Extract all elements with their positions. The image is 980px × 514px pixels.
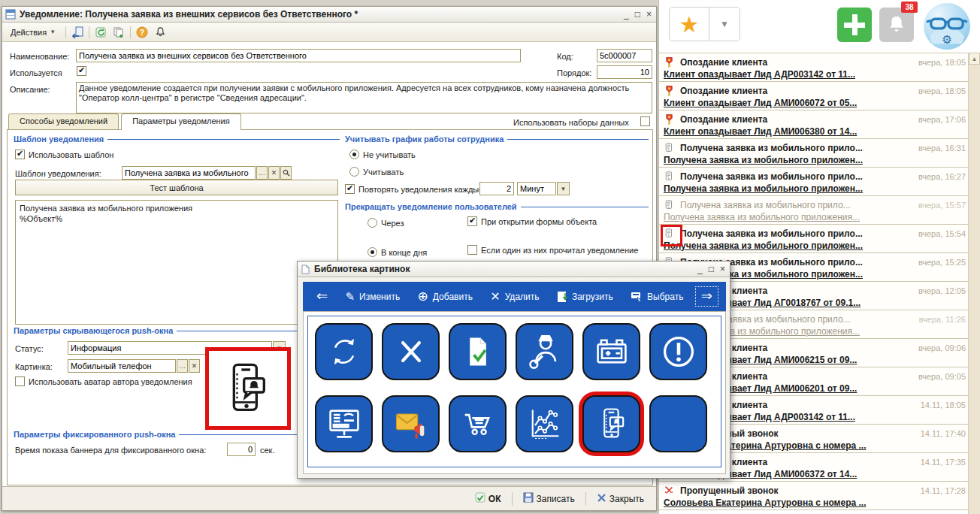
chevron-down-icon[interactable]: ▼	[709, 8, 740, 41]
repeat-unit-combo[interactable]	[517, 182, 556, 195]
image-tile-monitor-diagnostics[interactable]	[315, 395, 373, 452]
add-button[interactable]: ⊕Добавить	[413, 288, 477, 305]
test-template-button[interactable]: Тест шаблона	[15, 180, 338, 195]
radio-consider[interactable]	[349, 167, 359, 177]
image-tile-cross[interactable]	[382, 323, 440, 380]
notification-item[interactable]: Получена заявка из мобильного прило...вч…	[659, 168, 969, 196]
template-text-area[interactable]: Получена заявка из мобильного приложения…	[15, 200, 338, 325]
used-checkbox[interactable]	[77, 66, 86, 76]
panel-controls: ★ ▼ 38 ⚙	[659, 0, 980, 53]
notification-item[interactable]: Получена заявка из мобильного прило...вч…	[659, 196, 969, 225]
maximize-icon[interactable]: □	[709, 264, 714, 274]
dialog-titlebar[interactable]: Библиотека картинок _ □ ×	[298, 262, 730, 277]
favorites-split-button[interactable]: ★ ▼	[669, 7, 740, 41]
template-select-icon[interactable]: …	[256, 166, 268, 180]
notification-item[interactable]: Получена заявка из мобильного прило...вч…	[659, 139, 969, 168]
stop-checkbox-open-form[interactable]	[467, 216, 477, 226]
mechanic-icon	[525, 332, 564, 371]
user-avatar[interactable]: ⚙	[924, 3, 970, 50]
notification-item[interactable]: Пропущенный звонок14.11, 17:28Соловьева …	[659, 482, 969, 510]
flag-icon	[664, 56, 676, 68]
notification-item[interactable]: Получена заявка из мобильного прило...вч…	[659, 225, 969, 253]
notification-item[interactable]: Опоздание клиентавчера, 18:05Клиент опаз…	[659, 82, 969, 110]
stop-checkbox-one-read[interactable]	[467, 245, 477, 255]
notification-link[interactable]: Клиент опаздывает Лид АМИ006380 от 14...	[664, 126, 966, 137]
description-input[interactable]: Данное уведомление создается при получен…	[76, 82, 652, 113]
code-input[interactable]	[597, 49, 652, 62]
load-button[interactable]: Загрузить	[552, 288, 618, 306]
notification-title: Опоздание клиента	[680, 57, 914, 68]
back-button[interactable]: ⇐	[312, 288, 332, 305]
radio-not-consider[interactable]	[349, 150, 359, 159]
name-input[interactable]	[76, 49, 521, 62]
close-icon[interactable]: ×	[646, 9, 652, 20]
edit-button[interactable]: ✎Изменить	[340, 288, 404, 305]
order-input[interactable]	[597, 65, 652, 79]
save-close-icon[interactable]	[71, 26, 84, 39]
use-template-checkbox[interactable]	[15, 150, 25, 159]
bell-icon[interactable]	[153, 26, 167, 39]
choose-button[interactable]: Выбрать	[626, 288, 688, 305]
close-icon[interactable]: ×	[720, 264, 725, 274]
minimize-icon[interactable]: _	[624, 9, 629, 20]
image-tile-shopping-cart[interactable]	[449, 395, 507, 452]
repeat-checkbox[interactable]	[345, 184, 355, 194]
image-tile-sync-arrows[interactable]	[315, 323, 373, 380]
maximize-icon[interactable]: □	[635, 9, 640, 20]
repeat-unit-dropdown-icon[interactable]: ▼	[557, 182, 570, 195]
image-tile-mechanic[interactable]	[516, 323, 573, 380]
save-button[interactable]: Записать	[517, 490, 581, 507]
radio-end-of-day[interactable]	[368, 247, 377, 257]
star-icon[interactable]: ★	[670, 8, 709, 41]
add-button[interactable]	[837, 8, 872, 42]
close-button[interactable]: Закрыть	[591, 491, 650, 507]
use-datasets-checkbox[interactable]	[640, 116, 650, 126]
image-combo[interactable]	[68, 359, 176, 373]
notification-title: Получена заявка из мобильного прило...	[680, 171, 914, 182]
template-open-icon[interactable]	[280, 166, 292, 180]
banner-time-input[interactable]	[227, 443, 256, 456]
use-author-avatar-checkbox[interactable]	[15, 376, 25, 386]
copy-add-icon[interactable]	[112, 26, 126, 39]
notification-link[interactable]: Получена заявка из мобильного приложения…	[664, 212, 966, 222]
image-tile-blank[interactable]	[649, 395, 707, 452]
scroll-up-icon[interactable]: ▲	[969, 53, 980, 65]
template-clear-icon[interactable]: ✕	[268, 166, 280, 180]
notification-link[interactable]: Получена заявка из мобильного приложен..…	[664, 155, 966, 165]
window-toolbar: Действия▼ ?	[2, 23, 656, 42]
notification-link[interactable]: Клиент опаздывает Лид АДР003142 от 11...	[664, 69, 966, 80]
minimize-icon[interactable]: _	[697, 264, 703, 274]
tab-notify-methods[interactable]: Способы уведомлений	[8, 113, 119, 129]
delete-button[interactable]: ✕Удалить	[485, 288, 543, 305]
banner-time-unit: сек.	[260, 446, 275, 455]
image-tile-grid	[307, 316, 721, 467]
image-tile-car-battery[interactable]	[582, 323, 640, 380]
image-select-icon[interactable]: …	[177, 359, 188, 373]
list-scrollbar[interactable]: ▲	[968, 53, 980, 514]
actions-menu-button[interactable]: Действия▼	[5, 26, 61, 39]
window-titlebar[interactable]: Уведомление: Получена заявка из внешних …	[2, 7, 656, 23]
notification-link[interactable]: Клиент опаздывает Лид АМИ006072 от 05...	[664, 98, 966, 108]
tab-notify-parameters[interactable]: Параметры уведомления	[121, 113, 241, 130]
stop-checkbox-one-read-label: Если один из них прочитал уведомление	[481, 246, 638, 255]
image-tile-document-check[interactable]	[449, 323, 507, 380]
section-schedule-header: Учитывать график работы сотрудника	[345, 135, 649, 144]
repeat-interval-input[interactable]	[479, 182, 514, 195]
section-template-header: Шаблон уведомления	[14, 135, 340, 144]
ok-button[interactable]: ОК	[469, 490, 507, 507]
image-tile-line-chart[interactable]	[516, 395, 573, 452]
image-tile-exclamation-circle[interactable]	[649, 323, 707, 380]
notification-item[interactable]: Опоздание клиентавчера, 17:06Клиент опаз…	[659, 110, 969, 139]
refresh-icon[interactable]	[94, 26, 107, 39]
help-icon[interactable]: ?	[135, 26, 149, 39]
image-clear-icon[interactable]: ✕	[189, 359, 200, 373]
radio-after[interactable]	[368, 218, 377, 228]
forward-button[interactable]: ⇒	[697, 288, 717, 305]
notification-link[interactable]: Получена заявка из мобильного приложен..…	[664, 240, 966, 251]
template-input[interactable]	[122, 166, 256, 180]
notification-item[interactable]: Опоздание клиентавчера, 18:05Клиент опаз…	[659, 53, 969, 82]
image-tile-phone-notification[interactable]	[582, 395, 640, 452]
image-tile-mail-campaign[interactable]	[382, 395, 440, 452]
notification-link[interactable]: Соловьева Екатерина Артуровна с номера .…	[664, 497, 966, 508]
notification-link[interactable]: Получена заявка из мобильного приложен..…	[664, 183, 966, 194]
